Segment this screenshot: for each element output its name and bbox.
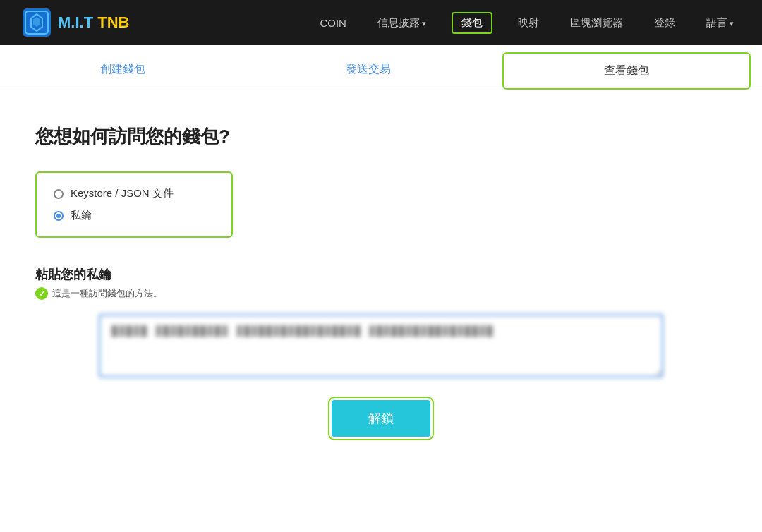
section-title: 您想如何訪問您的錢包? [35,124,727,149]
nav-info[interactable]: 信息披露 [372,13,432,32]
nav-wallet[interactable]: 錢包 [452,12,492,34]
pk-notice-text: 這是一種訪問錢包的方法。 [52,287,162,300]
tab-view[interactable]: 查看錢包 [502,52,751,90]
nav-map[interactable]: 映射 [512,13,545,32]
unlock-wrapper: 解鎖 [99,400,663,437]
radio-circle-keystore [54,189,64,199]
pk-notice: 這是一種訪問錢包的方法。 [35,287,727,300]
radio-privatekey[interactable]: 私鑰 [54,209,214,222]
navbar: M.I.T TNB COIN 信息披露 錢包 映射 區塊瀏覽器 登錄 語言 [0,0,762,45]
nav-explorer[interactable]: 區塊瀏覽器 [564,13,629,32]
radio-keystore[interactable]: Keystore / JSON 文件 [54,187,214,200]
tab-send[interactable]: 發送交易 [246,45,491,90]
radio-keystore-label: Keystore / JSON 文件 [71,187,174,200]
logo-text: M.I.T TNB [58,13,129,32]
logo-icon [23,8,51,37]
navbar-nav: COIN 信息披露 錢包 映射 區塊瀏覽器 登錄 語言 [314,12,739,34]
pk-section: 粘貼您的私鑰 這是一種訪問錢包的方法。 <span class="blurred… [35,266,727,437]
radio-circle-privatekey [54,211,64,221]
tab-bar: 創建錢包 發送交易 查看錢包 [0,45,762,90]
pk-textarea[interactable]: <span class="blurred-text">█▓█▓█ ▓█▓█▓██… [99,314,663,377]
logo[interactable]: M.I.T TNB [23,8,129,37]
radio-privatekey-label: 私鑰 [71,209,92,222]
nav-language[interactable]: 語言 [701,13,739,32]
pk-input-wrapper: <span class="blurred-text">█▓█▓█ ▓█▓█▓██… [99,314,663,437]
tab-create[interactable]: 創建錢包 [0,45,246,90]
nav-login[interactable]: 登錄 [648,13,681,32]
nav-coin[interactable]: COIN [314,14,352,32]
access-method-box: Keystore / JSON 文件 私鑰 [35,171,233,238]
check-icon [35,287,48,300]
main-content: 您想如何訪問您的錢包? Keystore / JSON 文件 私鑰 粘貼您的私鑰… [7,90,755,479]
pk-section-title: 粘貼您的私鑰 [35,266,727,283]
unlock-button[interactable]: 解鎖 [332,400,430,437]
